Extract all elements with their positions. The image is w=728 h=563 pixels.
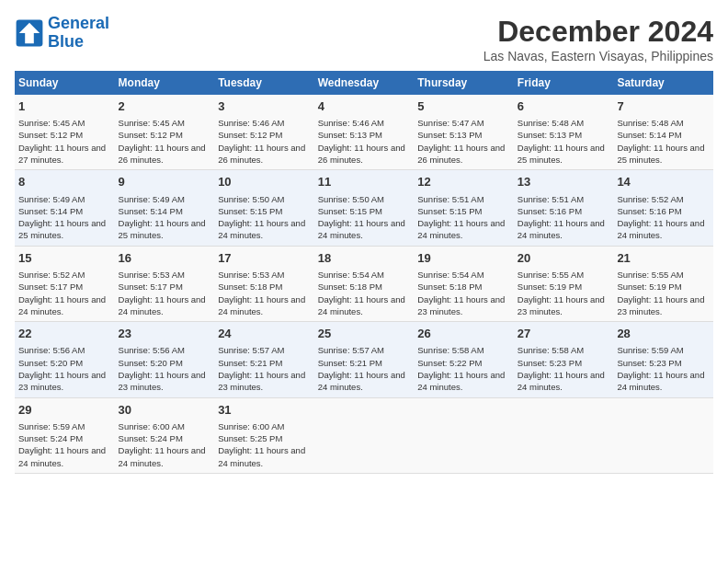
table-row: 18Sunrise: 5:54 AMSunset: 5:18 PMDayligh… [314,246,415,321]
table-row: 27Sunrise: 5:58 AMSunset: 5:23 PMDayligh… [514,322,614,397]
subtitle: Las Navas, Eastern Visayas, Philippines [483,49,713,63]
table-row: 26Sunrise: 5:58 AMSunset: 5:22 PMDayligh… [414,322,514,397]
table-row [514,397,614,473]
table-row: 22Sunrise: 5:56 AMSunset: 5:20 PMDayligh… [15,322,115,397]
week-row-5: 29Sunrise: 5:59 AMSunset: 5:24 PMDayligh… [15,397,713,473]
table-row: 4Sunrise: 5:46 AMSunset: 5:13 PMDaylight… [314,95,415,170]
table-row: 7Sunrise: 5:48 AMSunset: 5:14 PMDaylight… [613,95,713,170]
table-row [314,397,415,473]
table-row: 15Sunrise: 5:52 AMSunset: 5:17 PMDayligh… [15,246,115,321]
table-row: 6Sunrise: 5:48 AMSunset: 5:13 PMDaylight… [514,95,614,170]
col-header-wednesday: Wednesday [314,71,415,95]
table-row: 29Sunrise: 5:59 AMSunset: 5:24 PMDayligh… [15,397,115,473]
table-row: 17Sunrise: 5:53 AMSunset: 5:18 PMDayligh… [214,246,314,321]
col-header-saturday: Saturday [613,71,713,95]
logo-icon [15,18,44,48]
table-row: 11Sunrise: 5:50 AMSunset: 5:15 PMDayligh… [314,170,415,246]
table-row: 21Sunrise: 5:55 AMSunset: 5:19 PMDayligh… [613,246,713,321]
table-row [613,397,713,473]
table-row: 1Sunrise: 5:45 AMSunset: 5:12 PMDaylight… [15,95,115,170]
calendar-table: SundayMondayTuesdayWednesdayThursdayFrid… [15,71,713,474]
week-row-2: 8Sunrise: 5:49 AMSunset: 5:14 PMDaylight… [15,170,713,246]
table-row: 30Sunrise: 6:00 AMSunset: 5:24 PMDayligh… [115,397,215,473]
week-row-4: 22Sunrise: 5:56 AMSunset: 5:20 PMDayligh… [15,322,713,397]
table-row: 16Sunrise: 5:53 AMSunset: 5:17 PMDayligh… [115,246,215,321]
main-title: December 2024 [483,15,713,49]
table-row: 13Sunrise: 5:51 AMSunset: 5:16 PMDayligh… [514,170,614,246]
week-row-3: 15Sunrise: 5:52 AMSunset: 5:17 PMDayligh… [15,246,713,321]
title-area: December 2024 Las Navas, Eastern Visayas… [483,15,713,63]
table-row: 23Sunrise: 5:56 AMSunset: 5:20 PMDayligh… [115,322,215,397]
logo: General Blue [15,15,109,52]
table-row: 25Sunrise: 5:57 AMSunset: 5:21 PMDayligh… [314,322,415,397]
col-header-sunday: Sunday [15,71,115,95]
table-row: 9Sunrise: 5:49 AMSunset: 5:14 PMDaylight… [115,170,215,246]
col-header-tuesday: Tuesday [214,71,314,95]
header-row: SundayMondayTuesdayWednesdayThursdayFrid… [15,71,713,95]
table-row: 28Sunrise: 5:59 AMSunset: 5:23 PMDayligh… [613,322,713,397]
week-row-1: 1Sunrise: 5:45 AMSunset: 5:12 PMDaylight… [15,95,713,170]
table-row: 19Sunrise: 5:54 AMSunset: 5:18 PMDayligh… [414,246,514,321]
table-row: 3Sunrise: 5:46 AMSunset: 5:12 PMDaylight… [214,95,314,170]
table-row: 5Sunrise: 5:47 AMSunset: 5:13 PMDaylight… [414,95,514,170]
table-row: 12Sunrise: 5:51 AMSunset: 5:15 PMDayligh… [414,170,514,246]
table-row: 31Sunrise: 6:00 AMSunset: 5:25 PMDayligh… [214,397,314,473]
col-header-monday: Monday [115,71,215,95]
table-row: 20Sunrise: 5:55 AMSunset: 5:19 PMDayligh… [514,246,614,321]
logo-text: General Blue [48,15,109,52]
table-row [414,397,514,473]
table-row: 8Sunrise: 5:49 AMSunset: 5:14 PMDaylight… [15,170,115,246]
table-row: 10Sunrise: 5:50 AMSunset: 5:15 PMDayligh… [214,170,314,246]
table-row: 14Sunrise: 5:52 AMSunset: 5:16 PMDayligh… [613,170,713,246]
col-header-friday: Friday [514,71,614,95]
col-header-thursday: Thursday [414,71,514,95]
table-row: 24Sunrise: 5:57 AMSunset: 5:21 PMDayligh… [214,322,314,397]
header: General Blue December 2024 Las Navas, Ea… [15,15,713,63]
table-row: 2Sunrise: 5:45 AMSunset: 5:12 PMDaylight… [115,95,215,170]
